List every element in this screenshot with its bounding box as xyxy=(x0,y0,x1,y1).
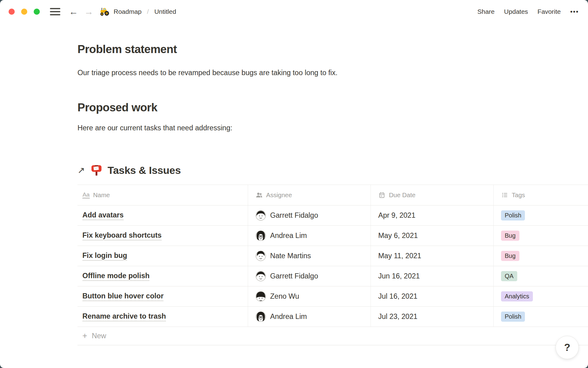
breadcrumb-current-page[interactable]: Untitled xyxy=(154,8,176,15)
tag-badge[interactable]: Bug xyxy=(501,251,519,261)
column-header-tags[interactable]: Tags xyxy=(493,185,588,205)
new-row-label: New xyxy=(92,332,106,340)
due-date-cell[interactable]: Jun 16, 2021 xyxy=(371,266,493,286)
table-body: Add avatarsGarrett FidalgoApr 9, 2021Pol… xyxy=(77,205,588,327)
due-date: Apr 9, 2021 xyxy=(378,211,416,220)
tag-badge[interactable]: Polish xyxy=(501,312,525,322)
due-date: Jun 16, 2021 xyxy=(378,272,420,280)
name-cell[interactable]: Fix login bug xyxy=(77,246,248,266)
text-icon: Aa xyxy=(82,191,90,199)
table-header-row: AaNameAssigneeDue DateTags xyxy=(77,185,588,205)
avatar xyxy=(255,291,266,302)
mailbox-icon xyxy=(90,164,103,177)
name-cell[interactable]: Button blue hover color xyxy=(77,286,248,306)
breadcrumb: Roadmap / Untitled xyxy=(100,7,176,17)
plus-icon: + xyxy=(82,332,87,340)
tags-cell[interactable]: Polish xyxy=(493,307,588,327)
assignee-cell[interactable]: Andrea Lim xyxy=(248,226,371,246)
due-date: May 11, 2021 xyxy=(378,252,421,260)
breadcrumb-separator: / xyxy=(147,8,149,15)
tasks-table: AaNameAssigneeDue DateTags Add avatarsGa… xyxy=(77,185,588,345)
favorite-button[interactable]: Favorite xyxy=(537,8,561,15)
due-date-cell[interactable]: Apr 9, 2021 xyxy=(371,205,493,225)
task-title-link[interactable]: Fix login bug xyxy=(82,251,127,261)
minimize-window-button[interactable] xyxy=(21,9,27,15)
column-header-assignee[interactable]: Assignee xyxy=(248,185,371,205)
due-date-cell[interactable]: Jul 23, 2021 xyxy=(371,307,493,327)
updates-button[interactable]: Updates xyxy=(504,8,528,15)
tractor-icon xyxy=(100,7,109,17)
task-title-link[interactable]: Offline mode polish xyxy=(82,272,149,281)
column-header-name[interactable]: AaName xyxy=(77,185,248,205)
column-label: Due Date xyxy=(389,191,416,199)
avatar xyxy=(255,271,266,282)
topbar-actions: Share Updates Favorite ••• xyxy=(477,8,579,15)
assignee-cell[interactable]: Zeno Wu xyxy=(248,286,371,306)
zoom-window-button[interactable] xyxy=(34,9,40,15)
back-button[interactable]: ← xyxy=(69,7,78,16)
name-cell[interactable]: Rename archive to trash xyxy=(77,307,248,327)
collection-title[interactable]: Tasks & Issues xyxy=(107,164,181,176)
avatar xyxy=(255,251,266,261)
notion-window: ← → Roadmap / xyxy=(0,0,588,368)
section-heading-problem-statement: Problem statement xyxy=(77,42,588,56)
column-header-due-date[interactable]: Due Date xyxy=(371,185,493,205)
page-content: Problem statement Our triage process nee… xyxy=(0,42,588,345)
task-title-link[interactable]: Rename archive to trash xyxy=(82,312,166,321)
close-window-button[interactable] xyxy=(9,9,15,15)
due-date-cell[interactable]: May 11, 2021 xyxy=(371,246,493,266)
assignee-name: Nate Martins xyxy=(270,252,311,260)
more-options-button[interactable]: ••• xyxy=(570,8,579,15)
list-icon xyxy=(501,191,508,199)
due-date-cell[interactable]: May 6, 2021 xyxy=(371,226,493,246)
assignee-name: Garrett Fidalgo xyxy=(270,211,318,220)
task-title-link[interactable]: Button blue hover color xyxy=(82,292,164,301)
avatar xyxy=(255,311,266,322)
column-label: Name xyxy=(93,191,110,199)
calendar-icon xyxy=(378,191,386,199)
assignee-cell[interactable]: Nate Martins xyxy=(248,246,371,266)
tags-cell[interactable]: Bug xyxy=(493,226,588,246)
assignee-cell[interactable]: Andrea Lim xyxy=(248,307,371,327)
desktop-background: ← → Roadmap / xyxy=(0,0,588,368)
tags-cell[interactable]: Bug xyxy=(493,246,588,266)
tag-badge[interactable]: QA xyxy=(501,271,517,281)
table-row: Offline mode polishGarrett FidalgoJun 16… xyxy=(77,266,588,286)
tag-badge[interactable]: Bug xyxy=(501,231,519,241)
name-cell[interactable]: Add avatars xyxy=(77,205,248,225)
tags-cell[interactable]: Analytics xyxy=(493,286,588,306)
name-cell[interactable]: Fix keyboard shortcuts xyxy=(77,226,248,246)
section-body-problem-statement: Our triage process needs to be revamped … xyxy=(77,68,588,77)
table-row: Button blue hover colorZeno WuJul 16, 20… xyxy=(77,286,588,307)
task-title-link[interactable]: Add avatars xyxy=(82,211,124,220)
due-date: May 6, 2021 xyxy=(378,232,418,240)
new-row-button[interactable]: + New xyxy=(77,327,588,345)
due-date-cell[interactable]: Jul 16, 2021 xyxy=(371,286,493,306)
people-icon xyxy=(255,191,263,199)
assignee-cell[interactable]: Garrett Fidalgo xyxy=(248,205,371,225)
traffic-lights xyxy=(9,9,40,15)
table-row: Fix keyboard shortcutsAndrea LimMay 6, 2… xyxy=(77,226,588,246)
tag-badge[interactable]: Polish xyxy=(501,210,525,220)
forward-button[interactable]: → xyxy=(84,7,93,16)
table-row: Rename archive to trashAndrea LimJul 23,… xyxy=(77,307,588,327)
table-row: Add avatarsGarrett FidalgoApr 9, 2021Pol… xyxy=(77,205,588,226)
avatar xyxy=(255,210,266,221)
tags-cell[interactable]: QA xyxy=(493,266,588,286)
task-title-link[interactable]: Fix keyboard shortcuts xyxy=(82,231,162,240)
assignee-cell[interactable]: Garrett Fidalgo xyxy=(248,266,371,286)
tags-cell[interactable]: Polish xyxy=(493,205,588,225)
section-body-proposed-work: Here are our current tasks that need add… xyxy=(77,123,588,132)
sidebar-toggle-button[interactable] xyxy=(50,7,61,16)
help-button[interactable]: ? xyxy=(556,336,579,359)
breadcrumb-root-link[interactable]: Roadmap xyxy=(114,8,141,15)
section-heading-proposed-work: Proposed work xyxy=(77,101,588,115)
name-cell[interactable]: Offline mode polish xyxy=(77,266,248,286)
tag-badge[interactable]: Analytics xyxy=(501,291,533,301)
avatar xyxy=(255,230,266,241)
open-as-page-arrow-icon[interactable]: ↗ xyxy=(77,165,85,175)
due-date: Jul 16, 2021 xyxy=(378,292,417,301)
share-button[interactable]: Share xyxy=(477,8,495,15)
window-topbar: ← → Roadmap / xyxy=(0,0,588,23)
column-label: Tags xyxy=(512,191,525,199)
